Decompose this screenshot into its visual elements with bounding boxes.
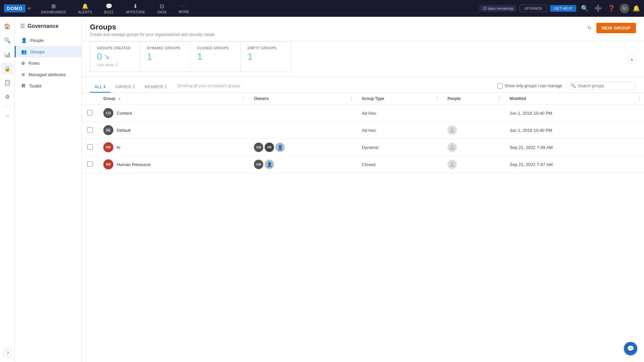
- rail-home-icon[interactable]: 🏠: [1, 20, 13, 32]
- search-groups-container: 🔍: [566, 82, 636, 90]
- search-groups-icon: 🔍: [571, 83, 576, 88]
- stat-label-closed-groups: CLOSED GROUPS: [197, 46, 234, 50]
- sidebar-title: Governance: [28, 23, 58, 29]
- group-type-col-menu-icon[interactable]: ⋮: [435, 96, 439, 101]
- rail-search-icon[interactable]: 🔍: [1, 34, 13, 46]
- nav-label-data: DATA: [157, 10, 166, 14]
- domo-logo[interactable]: DOMO: [4, 4, 25, 12]
- group-name-default[interactable]: Default: [117, 128, 130, 133]
- dashboards-icon: ⊞: [51, 3, 56, 9]
- nav-item-appstore[interactable]: ⬇ APPSTORE: [120, 1, 151, 16]
- search-icon[interactable]: 🔍: [580, 3, 590, 13]
- row-checkbox-hr[interactable]: [87, 144, 93, 150]
- tab-showing-text: Showing all your company's groups: [177, 84, 497, 91]
- stat-label-groups-created: GROUPS CREATED: [97, 46, 133, 50]
- group-avatar-content: CO: [103, 108, 113, 118]
- sidebar-item-managed-attributes[interactable]: ≋ Managed attributes: [15, 69, 82, 80]
- col-owners-label: Owners: [254, 96, 269, 101]
- trial-badge: 22 days remaining: [479, 5, 516, 12]
- rail-governance-icon[interactable]: 🔒: [1, 62, 13, 74]
- stat-label-dynamic-groups: DYNAMIC GROUPS: [147, 46, 183, 50]
- col-people-label: People: [447, 96, 461, 101]
- new-group-button[interactable]: NEW GROUP: [596, 23, 636, 33]
- sidebar-label-managed-attributes: Managed attributes: [29, 72, 66, 77]
- search-groups-input[interactable]: [578, 84, 632, 88]
- tab-all[interactable]: ALL 4: [90, 82, 110, 93]
- refresh-button[interactable]: ↻: [586, 23, 593, 33]
- stat-value-empty-groups: 1: [248, 52, 284, 61]
- col-group-label: Group: [103, 96, 115, 101]
- group-col-menu-icon[interactable]: ⋮: [241, 96, 246, 101]
- nav-items: ⊞ DASHBOARDS 🔔 ALERTS 💬 BUZZ ⬇ APPSTORE …: [35, 1, 479, 16]
- rail-cards-icon[interactable]: 📊: [1, 48, 13, 60]
- appstore-icon: ⬇: [133, 3, 138, 9]
- stat-value-dynamic-groups: 1: [147, 52, 183, 61]
- groups-table: Group ▼ ⋮ Owners ⋮ Group Type ⋮: [82, 93, 644, 173]
- group-type-hr: Dynamic: [357, 139, 442, 156]
- col-modified-label: Modified: [509, 96, 526, 101]
- tab-owner[interactable]: OWNER 2: [110, 82, 140, 93]
- nav-item-dashboards[interactable]: ⊞ DASHBOARDS: [35, 1, 72, 16]
- group-type-default: Ad Hoc: [357, 122, 442, 139]
- stat-card-groups-created: GROUPS CREATED 0 ↘ Last week: 2: [90, 41, 140, 72]
- nav-label-buzz: BUZZ: [104, 10, 114, 14]
- owner-avatar-human-resource-0: GM: [254, 160, 263, 169]
- nav-item-alerts[interactable]: 🔔 ALERTS: [72, 1, 98, 16]
- people-col-menu-icon[interactable]: ⋮: [497, 96, 501, 101]
- page-subtitle: Create and manage groups for your organi…: [90, 32, 215, 37]
- sidebar-item-toolkit[interactable]: 🛠 Toolkit: [15, 80, 82, 92]
- sidebar-nav: 👤 People 👥 Groups ⊗ Roles ≋ Managed attr…: [15, 33, 82, 93]
- stat-label-empty-groups: EMPTY GROUPS: [248, 46, 284, 50]
- col-group-type-label: Group Type: [362, 96, 384, 101]
- tabs-row: ALL 4 OWNER 2 MEMBER 3 Showing all your …: [82, 77, 644, 93]
- stat-card-empty-groups: EMPTY GROUPS 1: [241, 41, 291, 72]
- owners-col-menu-icon[interactable]: ⋮: [349, 96, 354, 101]
- page-title-section: Groups Create and manage groups for your…: [90, 23, 215, 37]
- nav-item-more[interactable]: ··· MORE: [172, 1, 195, 16]
- rail-settings-icon[interactable]: ⚙: [1, 91, 13, 103]
- modified-col-menu-icon[interactable]: ⋮: [637, 96, 641, 101]
- rail-reports-icon[interactable]: 📋: [1, 76, 13, 89]
- rail-more-icon[interactable]: ···: [1, 110, 13, 122]
- sidebar-label-groups: Groups: [30, 49, 45, 54]
- toolkit-icon: 🛠: [21, 83, 26, 89]
- nav-label-dashboards: DASHBOARDS: [41, 10, 66, 14]
- table-header-row: Group ▼ ⋮ Owners ⋮ Group Type ⋮: [82, 93, 644, 105]
- upgrade-button[interactable]: UPGRADE: [520, 5, 546, 12]
- group-type-content: Ad Hoc: [357, 105, 442, 122]
- help-icon[interactable]: ❓: [606, 3, 616, 13]
- table-row: DEDefaultAd HocJun 1, 2016 10:40 PM: [82, 122, 644, 139]
- show-manage-label[interactable]: Show only groups I can manage: [497, 83, 562, 89]
- col-checkbox: [82, 93, 98, 105]
- sidebar-label-roles: Roles: [29, 61, 40, 66]
- plus-icon[interactable]: ➕: [593, 3, 603, 13]
- managed-attributes-icon: ≋: [21, 72, 25, 77]
- show-manage-text: Show only groups I can manage: [505, 84, 562, 88]
- sidebar-item-roles[interactable]: ⊗ Roles: [15, 57, 82, 69]
- tab-member[interactable]: MEMBER 3: [140, 82, 172, 93]
- collapse-button[interactable]: ▲: [628, 55, 636, 63]
- notification-icon[interactable]: 🔔: [633, 5, 640, 12]
- row-checkbox-default[interactable]: [87, 127, 93, 133]
- show-manage-checkbox[interactable]: [497, 83, 503, 89]
- group-name-content[interactable]: Content: [117, 111, 132, 116]
- nav-item-buzz[interactable]: 💬 BUZZ: [98, 1, 120, 16]
- row-checkbox-human-resource[interactable]: [87, 161, 93, 167]
- stat-value-closed-groups: 1: [197, 52, 234, 61]
- nav-plus-icon[interactable]: +: [28, 5, 31, 12]
- group-avatar-human-resource: HR: [103, 159, 113, 169]
- hamburger-icon[interactable]: ☰: [20, 23, 25, 29]
- chat-bubble-button[interactable]: 💬: [624, 342, 637, 355]
- user-avatar[interactable]: U: [620, 4, 629, 13]
- group-name-human-resource[interactable]: Human Resource: [117, 162, 151, 167]
- page-header-actions: ↻ NEW GROUP: [586, 23, 636, 33]
- get-help-button[interactable]: GET HELP: [550, 5, 576, 12]
- group-name-hr[interactable]: hr: [117, 145, 121, 150]
- roles-icon: ⊗: [21, 60, 25, 66]
- sidebar-item-groups[interactable]: 👥 Groups: [15, 46, 82, 57]
- main-content: Groups Create and manage groups for your…: [82, 17, 644, 362]
- row-checkbox-content[interactable]: [87, 110, 93, 115]
- col-people: People ⋮: [442, 93, 504, 105]
- nav-item-data[interactable]: ⊡ DATA: [151, 1, 172, 16]
- sidebar-item-people[interactable]: 👤 People: [15, 35, 82, 46]
